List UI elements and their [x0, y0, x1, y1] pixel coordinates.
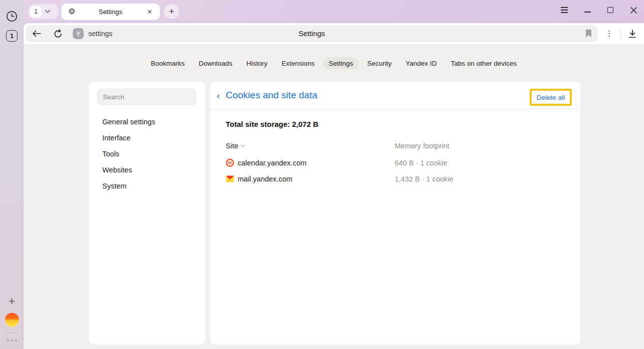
sidebar-item-general-settings[interactable]: General settings	[102, 114, 155, 130]
address-bar[interactable]: Y settings Settings	[26, 25, 598, 42]
rail-more-icon[interactable]	[0, 337, 24, 344]
yandex-mail-icon	[226, 174, 234, 183]
nav-tab-history[interactable]: History	[241, 57, 273, 70]
delete-all-button[interactable]: Delete all	[537, 94, 565, 101]
maximize-icon[interactable]	[606, 6, 615, 15]
cookies-panel: ‹ Cookies and site data Delete all Total…	[210, 82, 580, 344]
total-site-storage: Total site storage: 2,072 B	[226, 120, 318, 128]
new-tab-button[interactable]: +	[164, 4, 179, 19]
toolbar-divider	[621, 29, 621, 38]
table-row-site[interactable]: mail.yandex.com	[238, 175, 292, 183]
tab-counter-badge[interactable]: 1	[6, 30, 18, 42]
gear-icon: ⚙	[68, 8, 75, 16]
chevron-down-icon	[45, 10, 51, 14]
settings-nav-tabs: Bookmarks Downloads History Extensions S…	[24, 56, 644, 70]
browser-tab-settings[interactable]: ⚙ Settings ✕	[61, 4, 160, 20]
nav-tab-extensions[interactable]: Extensions	[276, 57, 320, 70]
nav-tab-settings[interactable]: Settings	[323, 57, 359, 70]
settings-page: Bookmarks Downloads History Extensions S…	[24, 44, 644, 349]
tab-close-icon[interactable]: ✕	[145, 7, 154, 17]
sidebar-item-interface[interactable]: Interface	[102, 130, 155, 146]
sidebar-menu: General settings Interface Tools Website…	[102, 114, 155, 194]
tab-strip: 1 ⚙ Settings ✕ +	[28, 0, 179, 23]
nav-tab-yandex-id[interactable]: Yandex ID	[400, 57, 442, 70]
rail-divider	[6, 332, 18, 333]
minimize-icon[interactable]	[583, 6, 592, 15]
toolbar: Y settings Settings ⋮	[24, 23, 644, 44]
yandex-mail-avatar-icon[interactable]	[0, 313, 24, 327]
close-icon[interactable]	[629, 6, 638, 15]
settings-sidebar: General settings Interface Tools Website…	[89, 82, 205, 344]
nav-tab-downloads[interactable]: Downloads	[193, 57, 238, 70]
table-row-memory: 640 B · 1 cookie	[395, 159, 447, 167]
site-column-label: Site	[226, 142, 238, 150]
memory-column-header: Memory footprint	[395, 142, 449, 150]
tab-title: Settings	[75, 8, 145, 16]
downloads-icon[interactable]	[628, 30, 636, 38]
delete-all-highlight: Delete all	[530, 89, 572, 106]
site-column-header[interactable]: Site	[226, 142, 245, 150]
browser-window: Y settings Settings ⋮ Bookmarks Download…	[24, 23, 644, 349]
history-clock-icon[interactable]	[0, 10, 24, 22]
window-controls	[560, 0, 638, 20]
toolbar-actions: ⋮	[598, 23, 644, 44]
tab-group-count: 1	[30, 6, 42, 18]
nav-tab-other-devices[interactable]: Tabs on other devices	[445, 57, 522, 70]
rail-add-icon[interactable]: +	[0, 295, 24, 308]
back-chevron-icon[interactable]: ‹	[217, 90, 220, 101]
sidebar-item-tools[interactable]: Tools	[102, 146, 155, 162]
cookies-header: ‹ Cookies and site data Delete all	[210, 82, 580, 109]
search-input[interactable]	[97, 88, 197, 105]
table-row-site[interactable]: calendar.yandex.com	[238, 159, 306, 167]
sidebar-item-websites[interactable]: Websites	[102, 162, 155, 178]
nav-tab-security[interactable]: Security	[362, 57, 397, 70]
left-rail: 1 +	[0, 0, 24, 349]
site-favicon-icon: Y	[73, 28, 84, 39]
table-row-memory: 1,432 B · 1 cookie	[395, 175, 453, 183]
sidebar-item-system[interactable]: System	[102, 178, 155, 194]
bookmark-icon[interactable]	[585, 30, 592, 40]
more-options-icon[interactable]: ⋮	[605, 30, 613, 38]
yandex-calendar-icon	[226, 158, 234, 167]
url-text[interactable]: settings	[88, 30, 112, 38]
back-icon[interactable]	[31, 28, 43, 40]
nav-tab-bookmarks[interactable]: Bookmarks	[145, 57, 191, 70]
reload-icon[interactable]	[52, 28, 64, 40]
sort-chevron-icon	[241, 144, 245, 147]
browser-menu-icon[interactable]	[560, 6, 569, 15]
tab-group-selector[interactable]: 1	[28, 4, 59, 19]
page-title: Cookies and site data	[226, 90, 317, 101]
